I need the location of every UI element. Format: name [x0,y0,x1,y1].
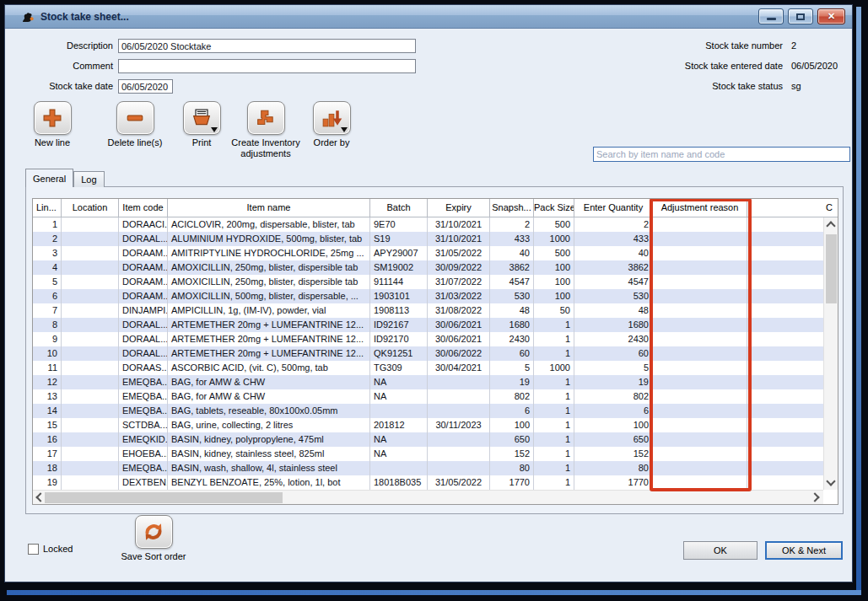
header-item-name[interactable]: Item name [168,199,370,217]
minimize-button[interactable] [758,8,784,24]
cell-location[interactable] [62,475,119,490]
cell-enter-quantity[interactable]: 2 [574,217,653,232]
cell-snapshot[interactable]: 2430 [490,332,534,346]
cell-adjustment-reason[interactable] [653,404,747,418]
table-row[interactable]: 16 EMEQKID... BASIN, kidney, polypropyle… [33,432,823,447]
cell-location[interactable] [62,332,119,346]
cell-item-code[interactable]: EMEQBA... [119,461,168,475]
cell-adjustment-reason[interactable] [653,346,747,361]
cell-comment[interactable] [747,275,823,289]
cell-item-code[interactable]: DORAAL... [119,332,168,346]
cell-item-name[interactable]: BASIN, kidney, stainless steel, 825ml [168,447,370,461]
cell-item-name[interactable]: AMOXICILLIN, 500mg, blister, dispersable… [168,289,370,303]
cell-pack-size[interactable]: 1 [534,318,574,332]
cell-item-code[interactable]: DORAAM... [119,289,168,303]
cell-location[interactable] [62,232,119,246]
cell-snapshot[interactable]: 100 [490,418,534,432]
table-row[interactable]: 7 DINJAMPI... AMPICILLIN, 1g, (IM-IV), p… [33,303,823,318]
ok-next-button[interactable]: OK & Next [765,541,843,560]
cell-batch[interactable]: NA [370,447,428,461]
cell-pack-size[interactable]: 500 [534,246,574,260]
cell-line[interactable]: 18 [33,461,62,475]
cell-item-name[interactable]: AMITRIPTYLINE HYDROCHLORIDE, 25mg ... [168,246,370,260]
cell-adjustment-reason[interactable] [653,303,747,318]
cell-comment[interactable] [747,289,823,303]
table-row[interactable]: 15 SCTDBA... BAG, urine, collecting, 2 l… [33,418,823,432]
cell-enter-quantity[interactable]: 1680 [574,318,653,332]
cell-expiry[interactable]: 31/05/2022 [428,475,490,490]
cell-batch[interactable] [370,404,428,418]
cell-pack-size[interactable]: 100 [534,260,574,275]
cell-batch[interactable]: ID92170 [370,332,428,346]
cell-batch[interactable]: S19 [370,232,428,246]
cell-enter-quantity[interactable]: 48 [574,303,653,318]
cell-comment[interactable] [747,246,823,260]
cell-location[interactable] [62,303,119,318]
cell-item-name[interactable]: ASCORBIC ACID, (vit. C), 500mg, tab [168,361,370,375]
cell-location[interactable] [62,432,119,447]
scroll-up-icon[interactable] [826,221,835,230]
cell-snapshot[interactable]: 650 [490,432,534,447]
cell-location[interactable] [62,217,119,232]
cell-batch[interactable]: TG309 [370,361,428,375]
cell-item-name[interactable]: BASIN, kidney, polypropylene, 475ml [168,432,370,447]
cell-snapshot[interactable]: 80 [490,461,534,475]
header-pack-size[interactable]: Pack Size [534,199,574,217]
stock-take-date-input[interactable] [118,79,173,94]
cell-batch[interactable]: 1903101 [370,289,428,303]
cell-snapshot[interactable]: 152 [490,447,534,461]
header-line[interactable]: Lin... [33,199,62,217]
cell-line[interactable]: 6 [33,289,62,303]
table-row[interactable]: 5 DORAAM... AMOXICILLIN, 250mg, blister,… [33,275,823,289]
cell-location[interactable] [62,246,119,260]
cell-batch[interactable]: 201812 [370,418,428,432]
cell-item-code[interactable]: DEXTBEN... [119,475,168,490]
cell-snapshot[interactable]: 2 [490,217,534,232]
header-snapshot[interactable]: Snapsh... [490,199,534,217]
cell-line[interactable]: 13 [33,389,62,404]
cell-adjustment-reason[interactable] [653,318,747,332]
cell-snapshot[interactable]: 433 [490,232,534,246]
cell-expiry[interactable] [428,375,490,389]
cell-snapshot[interactable]: 19 [490,375,534,389]
cell-adjustment-reason[interactable] [653,418,747,432]
scroll-down-icon[interactable] [826,476,835,486]
cell-expiry[interactable]: 31/05/2022 [428,246,490,260]
table-row[interactable]: 18 EMEQBA... BASIN, wash, shallow, 4l, s… [33,461,823,475]
horizontal-scrollbar-thumb[interactable] [45,492,283,503]
cell-expiry[interactable]: 31/10/2021 [428,232,490,246]
cell-adjustment-reason[interactable] [653,475,747,490]
cell-expiry[interactable]: 30/04/2021 [428,361,490,375]
cell-batch[interactable] [370,461,428,475]
cell-comment[interactable] [747,361,823,375]
description-input[interactable] [118,39,416,53]
header-location[interactable]: Location [62,199,119,217]
cell-comment[interactable] [747,418,823,432]
cell-item-code[interactable]: DORAAM... [119,275,168,289]
cell-adjustment-reason[interactable] [653,232,747,246]
cell-snapshot[interactable]: 3862 [490,260,534,275]
cell-item-code[interactable]: DORAAM... [119,246,168,260]
cell-location[interactable] [62,389,119,404]
cell-item-name[interactable]: BASIN, wash, shallow, 4l, stainless stee… [168,461,370,475]
cell-line[interactable]: 10 [33,346,62,361]
cell-item-code[interactable]: DORAACI... [119,217,168,232]
search-input[interactable] [593,147,850,162]
cell-pack-size[interactable]: 1000 [534,232,574,246]
maximize-button[interactable] [788,8,813,24]
cell-line[interactable]: 17 [33,447,62,461]
cell-comment[interactable] [747,346,823,361]
cell-expiry[interactable] [428,461,490,475]
cell-comment[interactable] [747,475,823,490]
cell-enter-quantity[interactable]: 5 [574,361,653,375]
cell-expiry[interactable]: 30/06/2021 [428,332,490,346]
cell-snapshot[interactable]: 4547 [490,275,534,289]
cell-item-code[interactable]: SCTDBA... [119,418,168,432]
cell-comment[interactable] [747,232,823,246]
cell-location[interactable] [62,418,119,432]
vertical-scrollbar-thumb[interactable] [826,234,837,303]
cell-adjustment-reason[interactable] [653,432,747,447]
cell-batch[interactable]: 1908113 [370,303,428,318]
cell-batch[interactable]: QK91251 [370,346,428,361]
cell-item-code[interactable]: EMEQBA... [119,375,168,389]
